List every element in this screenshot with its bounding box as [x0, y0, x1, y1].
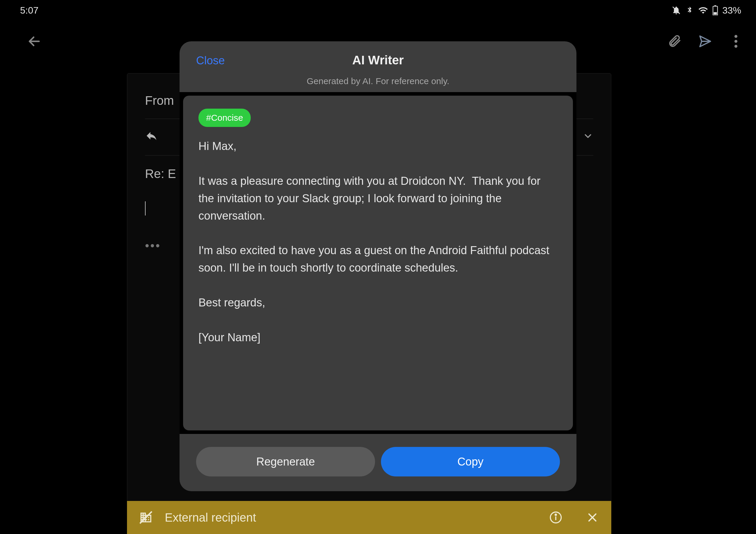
generated-text: Hi Max, It was a pleasure connecting wit… — [199, 138, 557, 346]
reply-icon — [145, 129, 158, 145]
banner-info-button[interactable] — [549, 510, 563, 524]
modal-body-wrap: #Concise Hi Max, It was a pleasure conne… — [179, 92, 577, 434]
svg-point-7 — [735, 40, 737, 43]
svg-rect-3 — [714, 12, 717, 15]
wifi-icon — [698, 5, 708, 15]
status-time: 5:07 — [20, 5, 39, 16]
external-recipient-banner: External recipient — [127, 501, 611, 534]
concise-tag: #Concise — [199, 109, 251, 127]
close-button[interactable]: Close — [196, 54, 225, 67]
attachment-button[interactable] — [666, 33, 683, 50]
svg-point-6 — [735, 35, 737, 38]
bluetooth-icon — [685, 6, 694, 15]
svg-point-8 — [735, 45, 737, 48]
modal-subtitle: Generated by AI. For reference only. — [196, 76, 560, 86]
status-right: 33% — [671, 5, 741, 16]
external-recipient-label: External recipient — [165, 511, 256, 524]
svg-point-12 — [555, 514, 556, 516]
from-label: From — [145, 93, 174, 108]
banner-close-button[interactable] — [585, 510, 600, 524]
ai-writer-modal: Close AI Writer Generated by AI. For ref… — [179, 41, 577, 491]
back-button[interactable] — [26, 33, 42, 50]
modal-body: #Concise Hi Max, It was a pleasure conne… — [183, 96, 573, 430]
notifications-off-icon — [671, 6, 681, 15]
modal-footer: Regenerate Copy — [179, 434, 577, 491]
text-cursor — [145, 201, 146, 216]
status-bar: 5:07 33% — [0, 0, 756, 21]
battery-icon — [712, 5, 718, 15]
expand-recipients-button[interactable] — [583, 130, 593, 144]
battery-percent: 33% — [722, 5, 741, 16]
modal-title: AI Writer — [196, 53, 560, 67]
copy-button[interactable]: Copy — [381, 447, 560, 476]
external-domain-icon — [139, 510, 153, 524]
more-button[interactable] — [728, 33, 744, 50]
send-button[interactable] — [697, 33, 714, 50]
modal-header: Close AI Writer Generated by AI. For ref… — [179, 41, 577, 92]
regenerate-button[interactable]: Regenerate — [196, 447, 375, 476]
subject-text: Re: E — [145, 167, 176, 181]
